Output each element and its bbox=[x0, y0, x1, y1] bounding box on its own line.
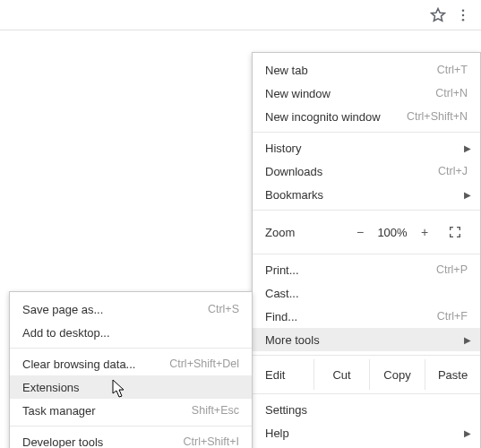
browser-toolbar bbox=[0, 0, 481, 30]
zoom-out-button[interactable]: − bbox=[348, 220, 373, 245]
main-menu: New tab Ctrl+T New window Ctrl+N New inc… bbox=[252, 52, 481, 448]
submenu-developer-tools[interactable]: Developer tools Ctrl+Shift+I bbox=[10, 430, 252, 448]
submenu-add-to-desktop[interactable]: Add to desktop... bbox=[10, 321, 252, 344]
svg-point-1 bbox=[462, 13, 465, 16]
menu-zoom-row: Zoom − 100% + bbox=[253, 214, 480, 250]
menu-item-label: Extensions bbox=[22, 381, 80, 394]
menu-item-shortcut: Ctrl+S bbox=[208, 303, 239, 315]
menu-downloads[interactable]: Downloads Ctrl+J bbox=[253, 159, 480, 183]
separator bbox=[253, 355, 480, 356]
fullscreen-button[interactable] bbox=[442, 220, 468, 245]
zoom-label: Zoom bbox=[265, 226, 295, 239]
menu-item-label: Find... bbox=[265, 310, 297, 323]
submenu-save-page-as[interactable]: Save page as... Ctrl+S bbox=[10, 297, 252, 321]
menu-item-label: Add to desktop... bbox=[22, 326, 110, 340]
menu-item-label: Developer tools bbox=[22, 435, 103, 449]
menu-item-label: New incognito window bbox=[265, 110, 381, 124]
menu-item-label: New tab bbox=[265, 64, 308, 77]
menu-new-tab[interactable]: New tab Ctrl+T bbox=[253, 58, 480, 82]
menu-item-label: Save page as... bbox=[22, 303, 103, 316]
menu-item-shortcut: Ctrl+P bbox=[436, 263, 468, 276]
submenu-clear-browsing-data[interactable]: Clear browsing data... Ctrl+Shift+Del bbox=[10, 352, 252, 375]
star-icon[interactable] bbox=[425, 3, 451, 28]
menu-item-label: Bookmarks bbox=[265, 188, 323, 202]
svg-point-2 bbox=[462, 18, 465, 21]
menu-item-shortcut: Ctrl+J bbox=[438, 165, 468, 177]
menu-item-shortcut: Ctrl+Shift+N bbox=[407, 110, 468, 123]
submenu-extensions[interactable]: Extensions bbox=[10, 375, 252, 399]
edit-cut-button[interactable]: Cut bbox=[314, 359, 369, 390]
cut-label: Cut bbox=[332, 368, 350, 382]
separator bbox=[253, 254, 480, 254]
menu-history[interactable]: History ▶ bbox=[253, 136, 480, 159]
menu-help[interactable]: Help ▶ bbox=[253, 421, 480, 444]
separator bbox=[10, 348, 252, 349]
chevron-right-icon: ▶ bbox=[464, 335, 471, 345]
menu-new-incognito[interactable]: New incognito window Ctrl+Shift+N bbox=[253, 105, 480, 128]
separator bbox=[10, 426, 252, 426]
chevron-right-icon: ▶ bbox=[464, 428, 471, 438]
menu-cast[interactable]: Cast... bbox=[253, 281, 480, 305]
separator bbox=[253, 393, 480, 394]
menu-item-label: Help bbox=[265, 426, 289, 440]
menu-item-shortcut: Ctrl+Shift+Del bbox=[169, 358, 239, 370]
menu-item-shortcut: Ctrl+T bbox=[437, 64, 468, 76]
menu-item-shortcut: Shift+Esc bbox=[192, 404, 239, 417]
separator bbox=[253, 132, 480, 133]
paste-label: Paste bbox=[438, 368, 468, 382]
svg-point-0 bbox=[462, 9, 465, 12]
menu-settings[interactable]: Settings bbox=[253, 398, 480, 421]
menu-edit-row: Edit Cut Copy Paste bbox=[253, 359, 480, 390]
zoom-in-button[interactable]: + bbox=[412, 220, 437, 245]
menu-item-label: History bbox=[265, 142, 301, 155]
menu-item-label: Downloads bbox=[265, 165, 322, 178]
menu-find[interactable]: Find... Ctrl+F bbox=[253, 305, 480, 328]
menu-item-shortcut: Ctrl+F bbox=[437, 310, 468, 323]
menu-item-label: New window bbox=[265, 87, 331, 100]
menu-bookmarks[interactable]: Bookmarks ▶ bbox=[253, 183, 480, 206]
menu-item-shortcut: Ctrl+N bbox=[435, 87, 468, 99]
menu-item-label: Clear browsing data... bbox=[22, 358, 135, 371]
more-tools-submenu: Save page as... Ctrl+S Add to desktop...… bbox=[9, 291, 253, 448]
edit-copy-button[interactable]: Copy bbox=[369, 359, 425, 390]
minus-icon: − bbox=[356, 225, 364, 239]
copy-label: Copy bbox=[383, 368, 410, 382]
plus-icon: + bbox=[421, 225, 428, 239]
edit-label: Edit bbox=[253, 359, 314, 390]
edit-paste-button[interactable]: Paste bbox=[425, 359, 480, 390]
zoom-percent: 100% bbox=[373, 226, 412, 239]
menu-print[interactable]: Print... Ctrl+P bbox=[253, 258, 480, 281]
menu-new-window[interactable]: New window Ctrl+N bbox=[253, 82, 480, 105]
menu-item-label: Settings bbox=[265, 403, 307, 417]
separator bbox=[253, 210, 480, 211]
chevron-right-icon: ▶ bbox=[464, 143, 471, 153]
kebab-menu-icon[interactable] bbox=[451, 3, 476, 28]
chevron-right-icon: ▶ bbox=[464, 190, 471, 200]
menu-item-label: Cast... bbox=[265, 287, 299, 300]
menu-item-label: Print... bbox=[265, 263, 299, 277]
menu-item-label: More tools bbox=[265, 333, 320, 347]
submenu-task-manager[interactable]: Task manager Shift+Esc bbox=[10, 399, 252, 422]
menu-more-tools[interactable]: More tools ▶ bbox=[253, 328, 480, 351]
menu-item-label: Task manager bbox=[22, 404, 96, 418]
menu-item-shortcut: Ctrl+Shift+I bbox=[183, 435, 239, 448]
